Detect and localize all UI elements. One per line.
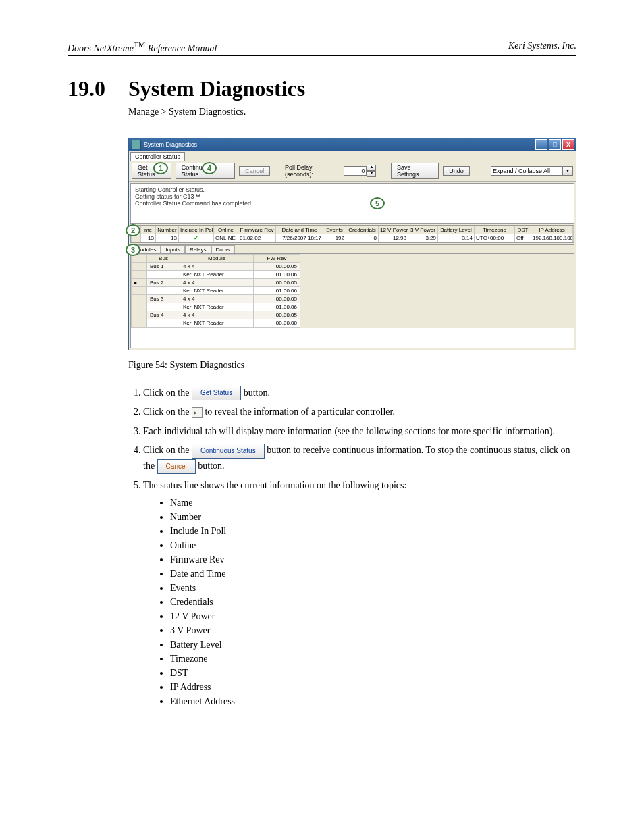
expand-collapse-input[interactable] <box>491 166 562 176</box>
column-header: Number <box>156 226 179 234</box>
section-number: 19.0 <box>68 76 128 101</box>
bullet-item: 3 V Power <box>170 623 576 637</box>
expand-row-icon <box>192 407 203 418</box>
cell-3v: 3.29 <box>408 234 438 242</box>
undo-button[interactable]: Undo <box>443 166 470 176</box>
row-selector-icon[interactable]: ▸ <box>132 278 147 286</box>
column-header: Include In Poll <box>179 226 214 234</box>
expand-collapse-combo[interactable]: ▼ <box>491 166 573 176</box>
list-item: Click on the Get Status button. <box>143 386 576 401</box>
topic-bullets: Name Number Include In Poll Online Firmw… <box>143 496 576 708</box>
cell-battery: 3.14 <box>438 234 475 242</box>
callout-3: 3 <box>126 244 140 256</box>
poll-delay-spinner[interactable]: ▲ ▼ <box>344 165 376 177</box>
list-item: Click on the Continuous Status button to… <box>143 443 576 474</box>
inline-get-status-button: Get Status <box>192 386 241 400</box>
header-right: Keri Systems, Inc. <box>508 41 576 54</box>
column-header: Date and Time <box>276 226 323 234</box>
bullet-item: Number <box>170 510 576 524</box>
list-item: The status line shows the current inform… <box>143 478 576 708</box>
table-row[interactable]: ▸Bus 24 x 400.00.05 <box>132 278 300 286</box>
status-area: 5 Starting Controller Status. Getting st… <box>130 183 574 224</box>
bullet-item: Include In Poll <box>170 524 576 538</box>
chevron-down-icon[interactable]: ▼ <box>562 166 573 176</box>
tab-strip: Controller Status <box>129 151 576 161</box>
subtab-inputs[interactable]: Inputs <box>161 245 185 253</box>
close-icon[interactable]: X <box>562 139 574 150</box>
column-header: Ethernet Address <box>573 226 574 234</box>
bullet-item: Name <box>170 496 576 510</box>
table-row: Keri NXT Reader01.00.06 <box>132 286 300 294</box>
cell-include[interactable]: ✔ <box>179 234 214 242</box>
status-line: Getting status for C13 ** <box>135 193 570 200</box>
blank-area <box>131 328 574 348</box>
column-header: Timezone <box>475 226 515 234</box>
cell-ip: 192.168.109.100 <box>531 234 573 242</box>
column-header: Bus <box>147 254 180 262</box>
cell-mac: 00-14-34-00-00-0C <box>573 234 574 242</box>
spin-up-icon[interactable]: ▲ <box>367 165 376 171</box>
modules-grid-wrap: Bus Module FW Rev Bus 14 x 400.00.05 Ker… <box>130 254 574 348</box>
table-row: Keri NXT Reader00.00.00 <box>132 319 300 327</box>
column-header: DST <box>515 226 531 234</box>
column-header: Battery Level <box>438 226 475 234</box>
table-row[interactable]: 13 13 ✔ ONLINE 01.02.02 7/26/2007 18:17 … <box>132 234 574 242</box>
spin-down-icon[interactable]: ▼ <box>367 171 376 177</box>
table-row: Keri NXT Reader01.00.06 <box>132 303 300 311</box>
cell-me: 13 <box>141 234 156 242</box>
inline-continuous-status-button: Continuous Status <box>192 444 265 459</box>
column-header: Credentials <box>346 226 379 234</box>
product-name: Doors NetXtreme <box>68 43 134 53</box>
minimize-icon[interactable]: _ <box>535 139 547 150</box>
status-table: me Number Include In Poll Online Firmwar… <box>131 226 574 242</box>
sub-tabs: 3 Modules Inputs Relays Doors <box>130 244 574 254</box>
table-row: Bus 34 x 400.00.05 <box>132 294 300 303</box>
callout-4: 4 <box>202 162 217 174</box>
poll-delay-input[interactable] <box>344 166 367 176</box>
section-title: System Diagnostics <box>128 76 305 101</box>
list-item: Each individual tab will display more in… <box>143 424 576 439</box>
cell-timezone: UTC+00:00 <box>475 234 515 242</box>
app-icon <box>132 140 141 149</box>
table-header-row: me Number Include In Poll Online Firmwar… <box>132 226 574 234</box>
status-line: Starting Controller Status. <box>135 186 570 193</box>
bullet-item: Date and Time <box>170 567 576 581</box>
tab-controller-status[interactable]: Controller Status <box>130 152 185 161</box>
callout-2: 2 <box>126 224 140 236</box>
instruction-list: Click on the Get Status button. Click on… <box>128 386 576 709</box>
cancel-button[interactable]: Cancel <box>239 166 270 176</box>
modules-table: Bus Module FW Rev Bus 14 x 400.00.05 Ker… <box>131 254 300 328</box>
subtab-relays[interactable]: Relays <box>185 245 211 253</box>
cell-credentials: 0 <box>346 234 379 242</box>
cell-dst: Off <box>515 234 531 242</box>
trademark: TM <box>134 41 145 49</box>
bullet-item: Online <box>170 538 576 552</box>
maximize-icon[interactable]: □ <box>549 139 561 150</box>
column-header: Firmware Rev <box>238 226 276 234</box>
cell-events: 192 <box>323 234 346 242</box>
bullet-item: DST <box>170 666 576 680</box>
status-line: Controller Status Command has completed. <box>135 200 570 207</box>
save-settings-button[interactable]: Save Settings <box>391 163 439 179</box>
subtab-doors[interactable]: Doors <box>211 245 235 253</box>
table-row: Bus 44 x 400.00.05 <box>132 311 300 319</box>
bullet-item: Events <box>170 581 576 595</box>
cell-12v: 12.98 <box>379 234 408 242</box>
toolbar: 1 4 Get Status Continuous Status Cancel … <box>129 161 576 182</box>
bullet-item: Ethernet Address <box>170 694 576 708</box>
bullet-item: Battery Level <box>170 637 576 652</box>
bullet-item: Firmware Rev <box>170 552 576 567</box>
cell-fw: 01.02.02 <box>238 234 276 242</box>
inline-cancel-button: Cancel <box>157 459 196 474</box>
column-header: 12 V Power <box>379 226 408 234</box>
callout-5: 5 <box>370 197 385 209</box>
column-header: Module <box>180 254 254 262</box>
bullet-item: IP Address <box>170 680 576 694</box>
status-grid: 2 me Number Include In Poll Online <box>130 225 574 243</box>
cell-number: 13 <box>156 234 179 242</box>
table-row: Bus 14 x 400.00.05 <box>132 262 300 270</box>
section-heading: 19.0 System Diagnostics <box>68 76 576 101</box>
callout-1: 1 <box>153 162 168 174</box>
screenshot-window: System Diagnostics _ □ X Controller Stat… <box>128 138 576 350</box>
list-item: Click on the to reveal the information o… <box>143 405 576 419</box>
